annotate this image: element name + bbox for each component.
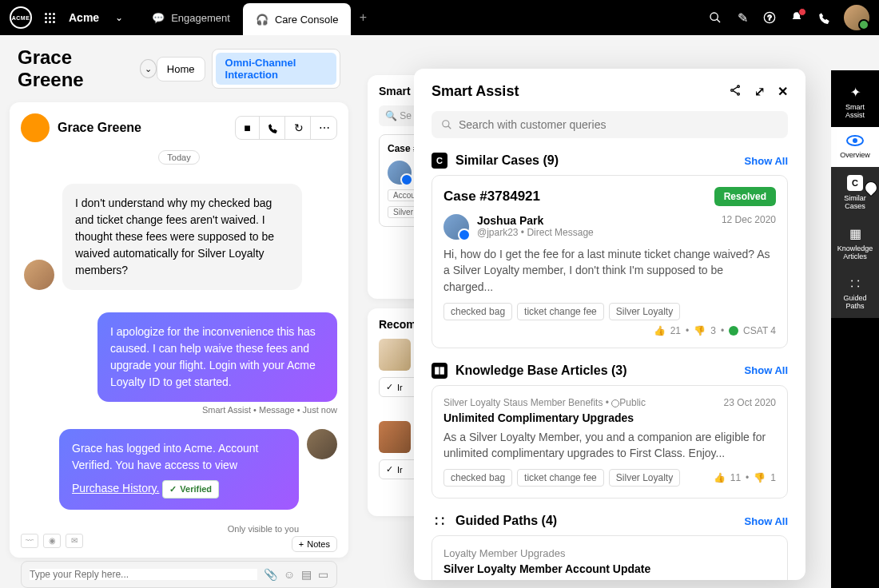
emoji-icon[interactable]: ☺	[284, 568, 295, 581]
chat-card: Grace Greene ■ ↻ ⋯ Today I don't underst…	[10, 102, 348, 558]
user-avatar[interactable]	[844, 5, 869, 30]
visibility-note: Only visible to you	[21, 524, 299, 534]
home-button[interactable]: Home	[157, 57, 205, 81]
tag[interactable]: checked bag	[443, 469, 512, 487]
reply-input[interactable]	[30, 569, 257, 580]
refresh-button[interactable]: ↻	[287, 117, 311, 139]
notification-badge	[798, 8, 806, 16]
tag[interactable]: Silver Loyalty	[609, 303, 680, 320]
notes-button[interactable]: + Notes	[292, 536, 337, 552]
attach-icon[interactable]: 📎	[264, 568, 277, 581]
message-bubble: Grace has logged into Acme. Account Veri…	[59, 429, 299, 510]
guided-header: ⸬ Guided Paths (4) Show All	[432, 513, 788, 529]
message-bubble: I apologize for the inconvenience this h…	[97, 312, 337, 402]
svg-line-7	[733, 87, 737, 89]
agent-avatar	[307, 429, 337, 459]
sidebar-label: Similar Cases	[844, 194, 866, 210]
topbar-right: ✎ ?	[708, 5, 869, 30]
title-dropdown-icon[interactable]: ⌄	[140, 59, 157, 78]
kb-date: 23 Oct 2020	[724, 397, 776, 411]
omni-channel-tab[interactable]: Omni-Channel Interaction	[216, 53, 336, 85]
reply-mode-icons: 〰 ◉ ✉	[21, 534, 83, 548]
case-text: Hi, how do I get the fee for a last minu…	[443, 246, 776, 295]
search-icon[interactable]	[708, 10, 722, 25]
more-button[interactable]: ⋯	[312, 117, 336, 139]
svg-point-6	[738, 93, 740, 95]
cases-icon: C	[847, 175, 863, 191]
page-title: Grace Greene	[18, 46, 129, 91]
brand-dropdown-icon[interactable]: ⌄	[115, 12, 123, 23]
camera-icon[interactable]: ◉	[43, 534, 61, 548]
phone-call-button[interactable]	[261, 117, 285, 139]
sidebar-guided[interactable]: ⸬ Guided Paths	[831, 268, 879, 318]
wave-icon[interactable]: 〰	[21, 534, 38, 548]
tab-engagement[interactable]: 💬 Engagement	[139, 0, 243, 35]
customer-avatar-msg	[24, 260, 54, 290]
guided-card[interactable]: Loyalty Member Upgrades Silver Loyalty M…	[432, 535, 788, 580]
show-all-link[interactable]: Show All	[745, 364, 788, 376]
thumbs-up-icon[interactable]: 👍	[714, 472, 726, 483]
case-card[interactable]: Case #3784921 Resolved Joshua Park @jpar…	[432, 175, 788, 348]
thumbs-down-icon[interactable]: 👎	[694, 325, 706, 336]
show-all-link[interactable]: Show All	[745, 515, 788, 527]
sidebar-overview[interactable]: Overview	[831, 127, 879, 167]
svg-line-1	[717, 19, 720, 22]
phone-icon[interactable]	[817, 10, 831, 25]
purchase-history-link[interactable]: Purchase History.	[72, 482, 159, 495]
globe-icon	[611, 399, 619, 407]
bell-icon[interactable]	[790, 10, 804, 25]
panel-title: Smart Assist	[432, 83, 519, 100]
panel-header: Smart Assist ⤢ ✕	[432, 83, 788, 100]
tag[interactable]: Silver Loyalty	[609, 469, 680, 487]
tag-row: checked bag ticket change fee Silver Loy…	[443, 469, 776, 487]
tab-add-button[interactable]: +	[351, 0, 375, 35]
expand-icon[interactable]: ⤢	[754, 84, 765, 100]
case-user-avatar	[443, 214, 469, 240]
csat-icon	[729, 326, 738, 336]
thumbs-down-icon[interactable]: 👎	[754, 472, 766, 483]
svg-point-5	[731, 89, 734, 91]
case-user-handle: @jpark23 • Direct Message	[477, 227, 594, 238]
pencil-icon[interactable]: ✎	[735, 10, 750, 25]
panel-search-input[interactable]	[459, 118, 778, 131]
kb-card[interactable]: Silver Loyalty Staus Member Benefits • P…	[432, 385, 788, 499]
kb-text: As a Silver Loyalty Member, you and a co…	[443, 429, 776, 462]
card-icon[interactable]: ▭	[318, 568, 328, 581]
tab-care-console[interactable]: 🎧 Care Console	[243, 3, 352, 35]
app-launcher-icon[interactable]	[38, 6, 61, 29]
left-column: Grace Greene ⌄ Home Omni-Channel Interac…	[0, 35, 358, 588]
sidebar-similar-cases[interactable]: C Similar Cases	[831, 167, 879, 218]
cases-icon: C	[432, 153, 447, 169]
section-title: Knowledge Base Articles (3)	[455, 364, 627, 378]
verified-badge: ✓ Verified	[162, 480, 219, 499]
help-icon[interactable]: ?	[762, 10, 777, 25]
share-icon[interactable]	[729, 84, 742, 100]
sparkle-icon: ✦	[850, 85, 861, 100]
show-all-link[interactable]: Show All	[745, 155, 788, 167]
kb-header: Knowledge Base Articles (3) Show All	[432, 363, 788, 379]
close-icon[interactable]: ✕	[778, 84, 788, 100]
brand-name: Acme	[69, 11, 99, 24]
sidebar-smart-assist[interactable]: ✦ Smart Assist	[831, 77, 879, 127]
customer-name: Grace Greene	[58, 121, 141, 135]
section-title: Similar Cases (9)	[455, 153, 559, 168]
chat-icon: 💬	[152, 12, 165, 24]
tag[interactable]: ticket change fee	[517, 469, 604, 487]
chat-footer: 〰 ◉ ✉ + Notes 📎 ☺ ▤ ▭	[21, 534, 337, 588]
panel-search[interactable]	[432, 111, 788, 138]
thumbs-up-icon[interactable]: 👍	[654, 325, 666, 336]
section-title: Guided Paths (4)	[455, 514, 557, 528]
message-icon[interactable]: ✉	[66, 534, 83, 548]
tag[interactable]: checked bag	[443, 303, 512, 320]
peek-thumb	[379, 339, 411, 371]
case-user-name: Joshua Park	[477, 214, 594, 227]
kb-sub: Silver Loyalty Staus Member Benefits • P…	[443, 397, 646, 408]
reply-input-container: 📎 ☺ ▤ ▭	[21, 561, 337, 588]
message-bubble: I don't understand why my checked bag an…	[62, 184, 302, 290]
sidebar-label: Guided Paths	[843, 294, 866, 310]
video-call-button[interactable]: ■	[236, 117, 260, 139]
guided-icon: ⸬	[432, 513, 447, 529]
sidebar-knowledge[interactable]: ▦ Knowledge Articles	[831, 218, 879, 268]
tag[interactable]: ticket change fee	[517, 303, 604, 320]
template-icon[interactable]: ▤	[301, 568, 312, 581]
